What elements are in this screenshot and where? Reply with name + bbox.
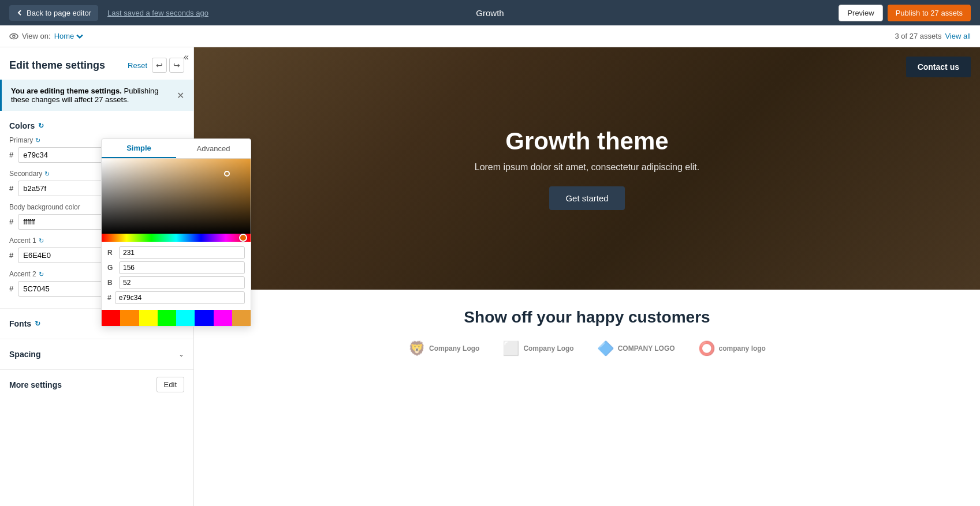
colors-refresh-icon[interactable]: ↻ — [38, 122, 44, 130]
logo-row: 🦁 Company Logo ⬜ Company Logo 🔷 COMPANY … — [206, 340, 968, 357]
swatch-green[interactable] — [158, 310, 176, 326]
view-on-label: View on: — [22, 32, 51, 40]
preview-button[interactable]: Preview — [839, 5, 882, 21]
last-saved-text[interactable]: Last saved a few seconds ago — [107, 9, 208, 17]
picker-r-input[interactable] — [119, 246, 245, 259]
chevron-down-icon — [75, 32, 84, 41]
svg-point-1 — [13, 35, 15, 38]
swatch-orange[interactable] — [120, 310, 139, 326]
logo-item-1: 🦁 Company Logo — [408, 340, 479, 357]
swatch-cyan[interactable] — [176, 310, 195, 326]
fonts-refresh-icon[interactable]: ↻ — [35, 320, 40, 328]
back-button-label: Back to page editor — [27, 9, 91, 17]
undo-button[interactable]: ↩ — [152, 58, 167, 73]
primary-hash: # — [9, 151, 13, 159]
swatch-yellow[interactable] — [139, 310, 158, 326]
notification-close-button[interactable]: ✕ — [177, 90, 184, 101]
accent2-refresh-icon[interactable]: ↻ — [39, 271, 44, 278]
accent1-refresh-icon[interactable]: ↻ — [39, 237, 44, 245]
view-all-link[interactable]: View all — [945, 32, 971, 40]
picker-gradient-cursor — [224, 171, 230, 177]
notification-bold: You are editing theme settings. — [11, 87, 122, 95]
logo-text-4: company logo — [719, 344, 766, 353]
customers-section: Show off your happy customers 🦁 Company … — [194, 290, 980, 375]
picker-hue-thumb — [239, 234, 247, 242]
more-settings-label: More settings — [9, 380, 62, 389]
sidebar-collapse-button[interactable]: « — [179, 47, 193, 67]
sub-bar: View on: Home 3 of 27 assets View all — [0, 25, 980, 47]
hero-cta-button[interactable]: Get started — [549, 186, 624, 210]
primary-refresh-icon[interactable]: ↻ — [35, 137, 40, 144]
picker-advanced-tab[interactable]: Advanced — [176, 139, 251, 158]
logo-icon-1: 🦁 — [408, 340, 426, 357]
edit-theme-title: Edit theme settings — [9, 59, 105, 72]
picker-g-label: G — [107, 264, 115, 272]
page-title: Growth — [476, 8, 504, 18]
back-arrow-icon — [16, 9, 23, 16]
customers-title: Show off your happy customers — [206, 308, 968, 327]
svg-point-0 — [10, 33, 18, 39]
picker-g-row: G — [107, 261, 245, 274]
hero-title: Growth theme — [505, 128, 668, 155]
sidebar-header: Edit theme settings Reset ↩ ↪ — [0, 47, 193, 80]
main-layout: « Edit theme settings Reset ↩ ↪ You are … — [0, 47, 980, 506]
hero-content: Growth theme Lorem ipsum dolor sit amet,… — [194, 47, 980, 290]
logo-text-1: Company Logo — [429, 344, 479, 353]
spacing-chevron-icon: ⌄ — [178, 350, 184, 358]
secondary-refresh-icon[interactable]: ↻ — [44, 170, 50, 178]
picker-b-row: B — [107, 276, 245, 289]
top-bar-left: Back to page editor Last saved a few sec… — [9, 5, 208, 21]
picker-b-label: B — [107, 279, 115, 287]
picker-r-row: R — [107, 246, 245, 259]
publish-button[interactable]: Publish to 27 assets — [888, 5, 971, 21]
picker-swatches — [102, 310, 251, 326]
picker-hash-input[interactable] — [115, 291, 245, 304]
back-to-editor-button[interactable]: Back to page editor — [9, 5, 98, 21]
logo-item-2: ⬜ Company Logo — [502, 340, 573, 357]
spacing-label: Spacing — [9, 350, 40, 359]
secondary-hash: # — [9, 184, 13, 193]
spacing-section-header[interactable]: Spacing ⌄ — [9, 344, 184, 365]
logo-text-2: Company Logo — [523, 344, 573, 353]
swatch-blue[interactable] — [195, 310, 213, 326]
swatch-primary[interactable] — [232, 310, 251, 326]
eye-icon — [9, 32, 18, 41]
colors-section-header[interactable]: Colors ↻ — [9, 115, 184, 136]
view-on-page-link[interactable]: Home — [54, 32, 85, 41]
picker-r-label: R — [107, 249, 115, 257]
picker-tabs: Simple Advanced — [102, 139, 251, 159]
picker-hash-label: # — [107, 294, 111, 302]
swatch-red[interactable] — [102, 310, 120, 326]
picker-g-input[interactable] — [119, 261, 245, 274]
more-settings-section: More settings Edit — [0, 369, 193, 399]
notification-banner: You are editing theme settings. Publishi… — [0, 80, 193, 111]
picker-hash-row: # — [107, 291, 245, 304]
body-bg-hash: # — [9, 218, 13, 226]
sidebar-actions: Reset ↩ ↪ — [128, 58, 184, 73]
spacing-section: Spacing ⌄ — [0, 339, 193, 369]
reset-button[interactable]: Reset — [128, 61, 147, 70]
picker-b-input[interactable] — [119, 276, 245, 289]
logo-text-3: COMPANY LOGO — [618, 344, 675, 353]
picker-gradient-area[interactable] — [102, 159, 251, 234]
swatch-magenta[interactable] — [214, 310, 232, 326]
logo-item-4: ⭕ company logo — [698, 340, 766, 357]
hero-subtitle: Lorem ipsum dolor sit amet, consectetur … — [475, 162, 700, 173]
top-bar: Back to page editor Last saved a few sec… — [0, 0, 980, 25]
accent2-hash: # — [9, 284, 13, 293]
assets-info: 3 of 27 assets View all — [895, 32, 971, 40]
fonts-label: Fonts ↻ — [9, 319, 40, 328]
view-on-section: View on: Home — [9, 32, 84, 41]
accent1-hash: # — [9, 251, 13, 260]
color-picker-popup: Simple Advanced R G B # — [101, 138, 251, 327]
colors-label: Colors ↻ — [9, 121, 44, 130]
notification-text: You are editing theme settings. Publishi… — [11, 87, 177, 104]
more-settings-edit-button[interactable]: Edit — [156, 377, 184, 392]
logo-icon-3: 🔷 — [597, 340, 614, 357]
picker-hue-slider[interactable] — [102, 234, 251, 242]
picker-simple-tab[interactable]: Simple — [102, 139, 176, 158]
picker-rgb-section: R G B # — [102, 242, 251, 309]
view-on-page: Home — [54, 32, 74, 40]
logo-icon-4: ⭕ — [698, 340, 716, 357]
logo-icon-2: ⬜ — [502, 340, 520, 357]
